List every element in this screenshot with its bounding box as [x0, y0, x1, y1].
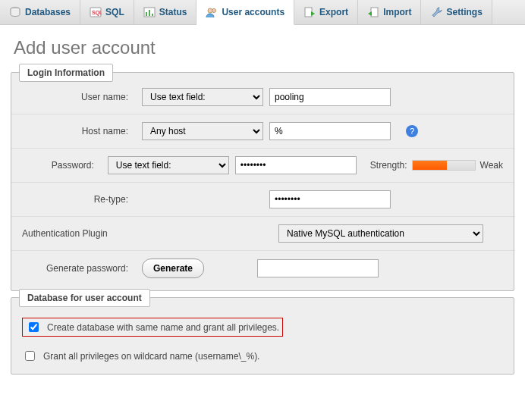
hostname-mode-select[interactable]: Any host [142, 122, 263, 140]
status-icon [143, 6, 156, 18]
tab-label: Settings [446, 7, 482, 17]
tab-sql[interactable]: SQL SQL [80, 0, 134, 24]
row-hostname: Host name: Any host ? [11, 114, 514, 149]
row-grant-wildcard: Grant all privileges on wildcard name (u… [11, 343, 514, 369]
generate-button[interactable]: Generate [142, 259, 204, 278]
password-input[interactable] [235, 156, 357, 174]
tab-status[interactable]: Status [134, 0, 197, 24]
users-icon [206, 6, 218, 18]
row-generate: Generate password: Generate [11, 251, 514, 286]
svg-rect-5 [149, 10, 150, 16]
create-same-db-checkbox[interactable] [29, 322, 39, 332]
auth-plugin-select[interactable]: Native MySQL authentication [278, 224, 483, 243]
svg-rect-10 [371, 8, 378, 17]
generated-password-input[interactable] [257, 259, 379, 277]
database-for-user-fieldset: Database for user account Create databas… [11, 297, 514, 375]
svg-rect-4 [146, 12, 147, 16]
tab-label: SQL [105, 7, 124, 17]
tab-databases[interactable]: Databases [0, 0, 80, 24]
tab-export[interactable]: Export [294, 0, 358, 24]
username-label: User name: [22, 92, 142, 102]
retype-label: Re-type: [22, 194, 142, 205]
tab-label: Import [383, 7, 411, 17]
wrench-icon [430, 6, 442, 18]
password-label: Password: [22, 160, 108, 171]
username-input[interactable] [269, 88, 391, 106]
generate-label: Generate password: [22, 263, 142, 274]
database-icon [9, 6, 21, 18]
top-tabs: Databases SQL SQL Status User accounts E… [0, 0, 525, 25]
tab-user-accounts[interactable]: User accounts [196, 0, 294, 25]
row-auth-plugin: Authentication Plugin Native MySQL authe… [11, 217, 514, 251]
strength-text: Weak [480, 160, 503, 171]
tab-import[interactable]: Import [358, 0, 421, 24]
db-section-legend: Database for user account [19, 289, 150, 307]
create-same-db-label: Create database with same name and grant… [47, 322, 279, 333]
username-mode-select[interactable]: Use text field: [142, 88, 263, 106]
tab-label: Databases [25, 7, 71, 17]
sql-icon: SQL [90, 6, 102, 18]
svg-rect-9 [305, 8, 312, 17]
grant-wildcard-checkbox[interactable] [25, 351, 35, 361]
tab-label: Status [159, 7, 187, 17]
hostname-input[interactable] [269, 122, 391, 140]
retype-input[interactable] [269, 190, 391, 208]
export-icon [303, 6, 316, 18]
login-information-fieldset: Login Information User name: Use text fi… [11, 72, 514, 291]
import-icon [367, 6, 379, 18]
strength-meter [412, 160, 476, 171]
tab-settings[interactable]: Settings [421, 0, 492, 24]
help-icon[interactable]: ? [406, 125, 418, 137]
row-create-same-db: Create database with same name and grant… [11, 312, 514, 343]
page-title: Add user account [0, 25, 525, 66]
password-mode-select[interactable]: Use text field: [108, 156, 229, 174]
hostname-label: Host name: [22, 126, 142, 136]
tab-label: Export [319, 7, 348, 17]
row-username: User name: Use text field: [11, 80, 514, 114]
tab-label: User accounts [222, 7, 285, 17]
strength-label: Strength: [370, 160, 407, 171]
row-password: Password: Use text field: Strength: Weak [11, 149, 514, 183]
svg-rect-6 [152, 14, 153, 16]
grant-wildcard-label: Grant all privileges on wildcard name (u… [43, 351, 259, 362]
svg-text:SQL: SQL [92, 10, 102, 16]
login-info-legend: Login Information [19, 64, 113, 82]
row-retype: Re-type: [11, 183, 514, 217]
svg-point-8 [212, 9, 216, 13]
auth-plugin-label: Authentication Plugin [22, 228, 278, 239]
